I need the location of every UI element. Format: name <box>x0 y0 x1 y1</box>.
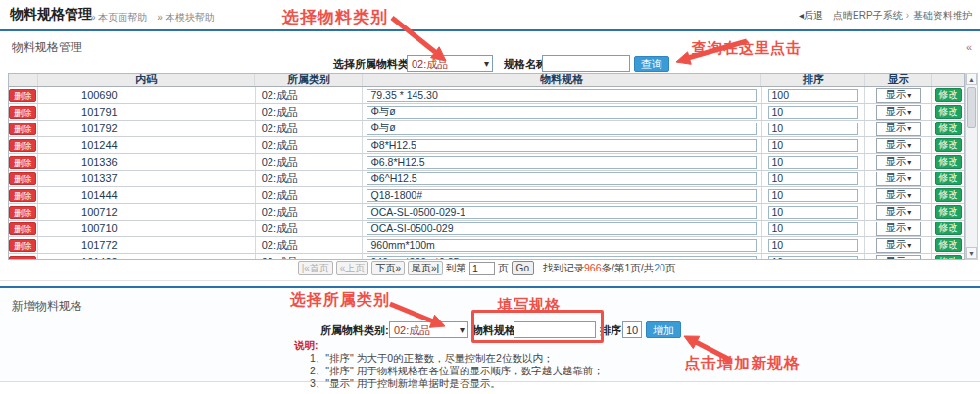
scroll-up-icon[interactable]: ▲ <box>966 74 977 85</box>
sort-input[interactable] <box>768 222 858 235</box>
code-cell: 101444 <box>38 187 256 203</box>
table-scrollbar[interactable]: ▲ ▼ <box>965 73 978 260</box>
scrollbar-thumb[interactable] <box>967 87 976 128</box>
spec-input[interactable] <box>367 222 757 235</box>
page-count: 20 <box>654 262 665 273</box>
code-cell: 101337 <box>38 171 256 186</box>
modify-button[interactable]: 修改 <box>935 88 962 102</box>
modify-button[interactable]: 修改 <box>935 105 962 119</box>
table-row: 删除 101244 02:成品 显示▾ 修改 <box>9 137 964 154</box>
go-button[interactable]: Go <box>512 261 534 275</box>
modify-button[interactable]: 修改 <box>935 138 962 152</box>
spec-input[interactable] <box>367 106 757 119</box>
spec-input[interactable] <box>367 89 757 102</box>
display-select[interactable]: 显示▾ <box>876 122 921 136</box>
scroll-down-icon[interactable]: ▼ <box>966 247 977 259</box>
modify-button[interactable]: 修改 <box>935 155 962 169</box>
collapse-icon[interactable]: « <box>966 41 972 53</box>
display-select[interactable]: 显示▾ <box>876 172 921 186</box>
add-sort-input[interactable] <box>622 321 642 338</box>
add-button[interactable]: 增加 <box>646 321 681 338</box>
sort-input[interactable] <box>768 106 858 119</box>
category-filter-select[interactable]: 02:成品 ▾ <box>407 55 493 72</box>
spec-input[interactable] <box>367 206 757 219</box>
annotation-click-add: 点击增加新规格 <box>684 354 801 374</box>
spec-input[interactable] <box>367 139 757 152</box>
modify-button[interactable]: 修改 <box>935 172 962 185</box>
search-button[interactable]: 查询 <box>634 56 669 72</box>
code-cell: 101772 <box>38 237 256 253</box>
delete-button[interactable]: 删除 <box>9 189 36 202</box>
spec-input[interactable] <box>367 156 757 169</box>
display-select[interactable]: 显示▾ <box>876 188 921 203</box>
delete-button[interactable]: 删除 <box>9 222 36 235</box>
sort-input[interactable] <box>768 256 858 261</box>
breadcrumb-system[interactable]: 点晴ERP子系统 <box>833 10 903 21</box>
delete-button[interactable]: 删除 <box>9 256 36 261</box>
table-row: 删除 101337 02:成品 显示▾ 修改 <box>9 171 964 187</box>
sort-input[interactable] <box>768 139 858 152</box>
sort-input[interactable] <box>768 123 858 135</box>
delete-button[interactable]: 删除 <box>9 206 36 219</box>
modify-button[interactable]: 修改 <box>935 222 962 235</box>
display-select[interactable]: 显示▾ <box>876 238 921 253</box>
next-page-button[interactable]: 下页» <box>371 261 405 275</box>
category-cell: 02:成品 <box>256 204 364 220</box>
category-cell: 02:成品 <box>256 137 364 153</box>
display-select[interactable]: 显示▾ <box>876 255 921 261</box>
chevron-down-icon: ▾ <box>907 158 911 167</box>
add-category-value: 02:成品 <box>394 324 430 336</box>
category-cell: 02:成品 <box>256 171 364 186</box>
spec-name-input[interactable] <box>542 55 630 72</box>
back-button[interactable]: ◂后退 <box>799 10 823 21</box>
chevron-down-icon: ▾ <box>907 108 911 117</box>
spec-input[interactable] <box>367 189 757 202</box>
spec-input[interactable] <box>367 239 757 252</box>
display-select[interactable]: 显示▾ <box>876 105 921 120</box>
display-select[interactable]: 显示▾ <box>876 222 921 236</box>
display-select[interactable]: 显示▾ <box>876 205 921 220</box>
delete-button[interactable]: 删除 <box>9 172 36 185</box>
sort-input[interactable] <box>768 172 858 185</box>
category-cell: 02:成品 <box>256 121 364 136</box>
display-select[interactable]: 显示▾ <box>876 155 921 170</box>
delete-button[interactable]: 删除 <box>9 156 36 169</box>
table-row: 删除 100710 02:成品 显示▾ 修改 <box>9 221 964 237</box>
annotation-select-category-top: 选择物料类别 <box>282 6 388 28</box>
prev-page-button[interactable]: «上页 <box>336 261 369 275</box>
spec-input[interactable] <box>367 256 757 261</box>
modify-button[interactable]: 修改 <box>935 205 962 219</box>
page-number-input[interactable] <box>469 262 495 275</box>
sort-input[interactable] <box>768 89 858 102</box>
add-category-select[interactable]: 02:成品 ▾ <box>389 321 468 338</box>
display-select[interactable]: 显示▾ <box>876 88 921 103</box>
page-help-link[interactable]: » 本页面帮助 <box>90 12 147 23</box>
spec-input[interactable] <box>367 172 757 185</box>
modify-button[interactable]: 修改 <box>935 122 962 135</box>
sort-input[interactable] <box>768 189 858 202</box>
sort-input[interactable] <box>768 239 858 252</box>
module-help-link[interactable]: » 本模块帮助 <box>157 12 214 23</box>
display-select[interactable]: 显示▾ <box>876 138 921 153</box>
delete-button[interactable]: 删除 <box>9 123 36 135</box>
first-page-button[interactable]: |«首页 <box>298 261 333 275</box>
delete-button[interactable]: 删除 <box>9 239 36 252</box>
delete-button[interactable]: 删除 <box>9 89 36 102</box>
sort-input[interactable] <box>768 206 858 219</box>
delete-button[interactable]: 删除 <box>9 106 36 119</box>
note-item: 1、"排序" 为大于0的正整数，尽量控制在2位数以内； <box>310 353 604 364</box>
category-cell: 02:成品 <box>256 221 364 236</box>
sort-input[interactable] <box>768 156 858 169</box>
header-category: 所属类别 <box>255 74 363 86</box>
modify-button[interactable]: 修改 <box>935 238 962 252</box>
delete-button[interactable]: 删除 <box>9 139 36 152</box>
category-cell: 02:成品 <box>256 254 364 260</box>
chevron-down-icon: ▾ <box>907 224 911 233</box>
spec-input[interactable] <box>367 123 757 135</box>
last-page-button[interactable]: 尾页»| <box>408 261 443 275</box>
modify-button[interactable]: 修改 <box>935 188 962 202</box>
notes: 说明: 1、"排序" 为大于0的正整数，尽量控制在2位数以内； 2、"排序" 用… <box>294 340 604 389</box>
add-category-label: 所属物料类别: <box>320 323 389 338</box>
breadcrumb-module[interactable]: 基础资料维护 <box>913 10 972 21</box>
modify-button[interactable]: 修改 <box>935 255 962 260</box>
